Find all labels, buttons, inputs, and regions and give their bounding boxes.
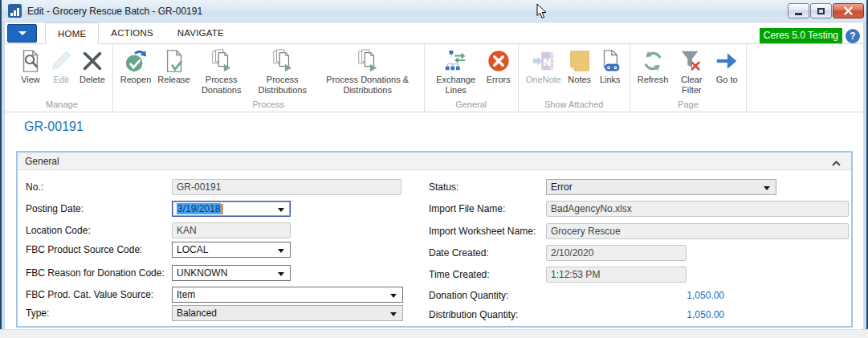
maximize-icon [817,8,825,14]
reopen-icon [124,47,148,74]
chevron-down-icon [18,31,26,35]
process-donations-and-distributions-button[interactable]: Process Donations & Distributions [316,44,420,95]
mouse-cursor [536,3,547,22]
fbc-product-source-code-field[interactable]: LOCAL [172,242,291,258]
selected-text: 3/19/2018 [177,203,221,214]
posting-date-label: Posting Date: [26,203,84,214]
window-bottom-strip [0,329,868,338]
fbc-product-source-code-label: FBC Product Source Code: [26,244,142,255]
tab-home[interactable]: HOME [45,22,99,44]
application-window: Edit - Grocery Rescue Batch - GR-00191 H… [0,0,868,338]
minimize-icon [795,13,802,15]
version-badge: Ceres 5.0 Testing [760,28,842,43]
process-donations-button[interactable]: Process Donations [194,44,250,95]
close-button[interactable] [833,3,864,18]
ribbon-group-label: Process [117,100,420,112]
edit-pencil-icon [49,47,73,74]
errors-icon [487,47,511,74]
collapse-chevron-icon[interactable] [832,157,841,169]
view-button[interactable]: View [15,44,46,85]
dropdown-arrow-icon[interactable] [278,208,284,212]
exchange-lines-icon [444,47,468,74]
delete-button[interactable]: Delete [76,44,108,85]
dropdown-arrow-icon[interactable] [278,272,284,276]
window-right-border-inner [863,22,866,329]
release-button[interactable]: Release [154,44,193,85]
application-menu-button[interactable] [7,24,37,43]
fbc-prod-cat-value-source-label: FBC Prod. Cat. Value Source: [26,289,153,300]
fbc-prod-cat-value-source-field[interactable]: Item [172,287,403,303]
ribbon-group-general: Exchange Lines Errors General [425,44,519,112]
status-field: Error [546,179,776,195]
no-label: No.: [26,181,43,193]
title-bar: Edit - Grocery Rescue Batch - GR-00191 [0,0,868,22]
type-label: Type: [26,307,49,319]
clear-filter-icon [679,47,703,74]
close-icon [844,6,853,15]
delete-x-icon [80,47,104,74]
tab-navigate[interactable]: NAVIGATE [165,22,236,43]
onenote-button: N OneNote [523,44,564,85]
time-created-field: 1:12:53 PM [546,267,687,283]
errors-button[interactable]: Errors [483,44,514,85]
ribbon-group-label: Manage [15,100,108,112]
type-field: Balanced [172,305,403,321]
posting-date-field[interactable]: 3/19/2018 [172,201,291,217]
import-file-name-label: Import File Name: [429,203,505,214]
view-document-icon [18,47,43,74]
status-label: Status: [429,181,458,193]
dropdown-arrow-icon [764,186,770,190]
import-file-name-field: BadAgencyNo.xlsx [546,201,849,217]
date-created-field: 2/10/2020 [546,245,687,261]
window-title: Edit - Grocery Rescue Batch - GR-00191 [27,6,202,17]
text-cursor [221,204,223,214]
location-code-label: Location Code: [26,225,91,236]
ribbon-group-label: Show Attached [523,100,626,112]
general-fasttab: General No.: GR-00191 Posting Date: 3/19… [16,151,853,328]
maximize-button[interactable] [810,3,832,18]
notes-button[interactable]: Notes [564,44,595,85]
go-to-arrow-icon [715,47,739,74]
general-section-header[interactable]: General [18,153,851,170]
dropdown-arrow-icon[interactable] [278,249,284,253]
dropdown-arrow-icon [390,312,397,316]
distribution-quantity-value[interactable]: 1,050.00 [546,309,724,324]
edit-button: Edit [46,44,76,85]
svg-text:N: N [543,56,551,67]
donation-quantity-value[interactable]: 1,050.00 [546,290,724,304]
process-documents-icon [210,47,234,74]
clear-filter-button[interactable]: Clear Filter [671,44,711,95]
no-field: GR-00191 [172,179,401,195]
ribbon-group-label: General [429,100,514,112]
sticky-note-icon [568,47,592,74]
time-created-label: Time Created: [429,269,490,280]
minimize-button[interactable] [788,3,809,18]
refresh-button[interactable]: Refresh [634,44,672,85]
refresh-icon [641,47,665,74]
page-title: GR-00191 [24,120,84,134]
links-chain-icon [598,47,622,74]
location-code-field: KAN [172,222,291,238]
exchange-lines-button[interactable]: Exchange Lines [429,44,483,95]
app-chart-icon [8,4,22,18]
window-controls [787,3,864,18]
release-icon [162,47,186,74]
tab-actions[interactable]: ACTIONS [99,22,165,43]
ribbon-group-page: Refresh Clear Filter Go to Page [630,44,748,112]
section-title: General [25,156,59,167]
date-created-label: Date Created: [429,247,489,259]
dropdown-arrow-icon[interactable] [390,294,397,298]
fbc-reason-for-donation-code-field[interactable]: UNKNOWN [172,265,291,281]
distribution-quantity-label: Distribution Quantity: [429,309,518,320]
links-button[interactable]: Links [595,44,626,85]
ribbon-group-process: Reopen Release Process Donations [113,44,425,112]
help-button[interactable]: ? [846,29,860,43]
process-distributions-button[interactable]: Process Distributions [250,44,316,95]
reopen-button[interactable]: Reopen [117,44,155,85]
ribbon-group-manage: View Edit Delete Manage [11,44,113,112]
process-documents-icon [271,47,295,74]
ribbon-group-show-attached: N OneNote Notes Links Show Atta [519,44,630,112]
go-to-button[interactable]: Go to [711,44,742,85]
ribbon: View Edit Delete Manage [5,44,863,112]
onenote-icon: N [532,47,556,74]
